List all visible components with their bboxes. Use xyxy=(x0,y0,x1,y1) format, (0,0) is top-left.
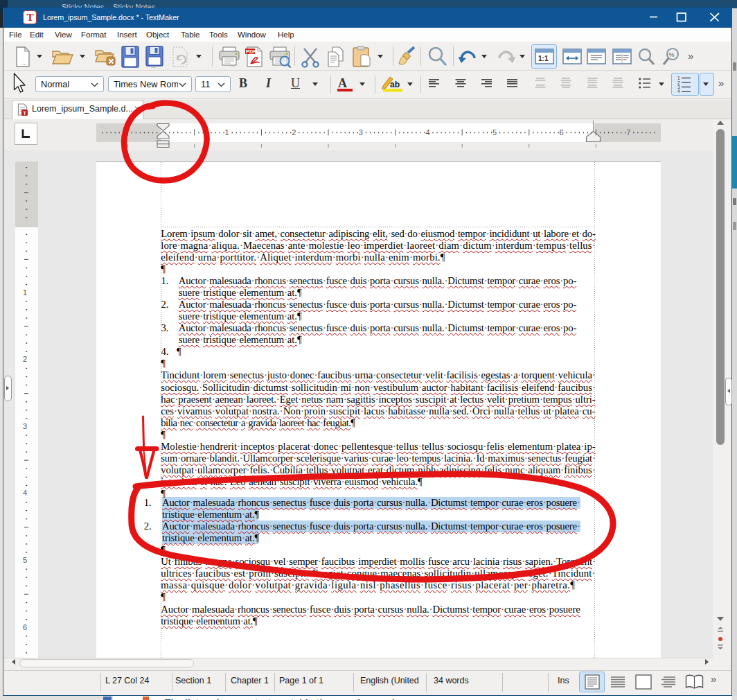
svg-text:1:1: 1:1 xyxy=(538,55,549,62)
svg-text:PDF: PDF xyxy=(246,49,256,55)
svg-text:%: % xyxy=(669,51,675,58)
svg-text:ab: ab xyxy=(390,80,400,89)
svg-text:...: ... xyxy=(22,60,27,67)
svg-text:T: T xyxy=(23,110,26,116)
svg-text:4: 4 xyxy=(677,89,680,93)
svg-text:...: ... xyxy=(151,63,156,68)
svg-text:...: ... xyxy=(231,63,235,68)
